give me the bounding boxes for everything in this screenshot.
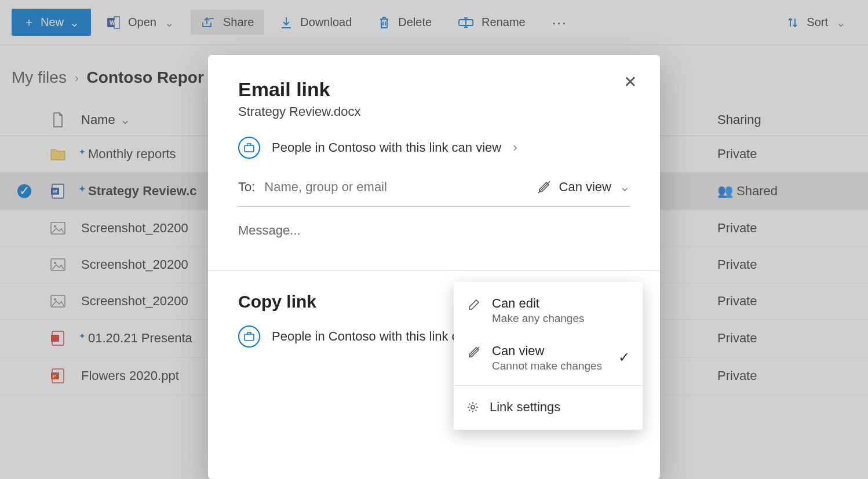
- svg-rect-19: [245, 334, 254, 341]
- divider: [208, 270, 660, 271]
- link-settings[interactable]: Link settings: [454, 389, 643, 425]
- perm-can-edit[interactable]: Can edit Make any changes: [454, 287, 643, 334]
- message-input[interactable]: Message...: [238, 223, 630, 238]
- to-row: To: Can view ⌄: [238, 180, 630, 207]
- gear-icon: [466, 401, 479, 414]
- briefcase-icon: [238, 326, 260, 348]
- to-label: To:: [238, 180, 255, 195]
- link-scope-button[interactable]: People in Contoso with this link can vie…: [238, 137, 630, 159]
- scope-text: People in Contoso with this link can vie…: [272, 140, 501, 155]
- share-dialog: ✕ Email link Strategy Review.docx People…: [208, 55, 660, 479]
- briefcase-icon: [238, 137, 260, 159]
- pencil-off-icon: [466, 343, 482, 359]
- perm-label: Can view: [559, 180, 611, 195]
- divider: [454, 385, 643, 386]
- perm-edit-title: Can edit: [492, 296, 630, 311]
- dialog-title: Email link: [238, 78, 630, 101]
- modal-overlay[interactable]: ✕ Email link Strategy Review.docx People…: [0, 0, 868, 479]
- chevron-down-icon: ⌄: [619, 180, 630, 195]
- close-button[interactable]: ✕: [623, 72, 637, 92]
- check-icon: ✓: [618, 343, 630, 365]
- svg-point-20: [471, 405, 475, 409]
- perm-view-title: Can view: [492, 343, 608, 359]
- pencil-off-icon: [537, 180, 551, 194]
- to-input[interactable]: [264, 180, 527, 195]
- svg-rect-18: [245, 145, 254, 152]
- permission-dropdown[interactable]: Can view ⌄: [537, 180, 630, 195]
- perm-edit-sub: Make any changes: [492, 312, 630, 325]
- pencil-icon: [466, 296, 482, 311]
- close-icon: ✕: [623, 73, 637, 91]
- link-settings-label: Link settings: [490, 400, 560, 415]
- chevron-right-icon: ›: [513, 140, 517, 155]
- dialog-subtitle: Strategy Review.docx: [238, 104, 630, 119]
- perm-view-sub: Cannot make changes: [492, 360, 608, 372]
- perm-can-view[interactable]: Can view Cannot make changes ✓: [454, 334, 643, 382]
- permission-menu: Can edit Make any changes Can view Canno…: [454, 282, 643, 430]
